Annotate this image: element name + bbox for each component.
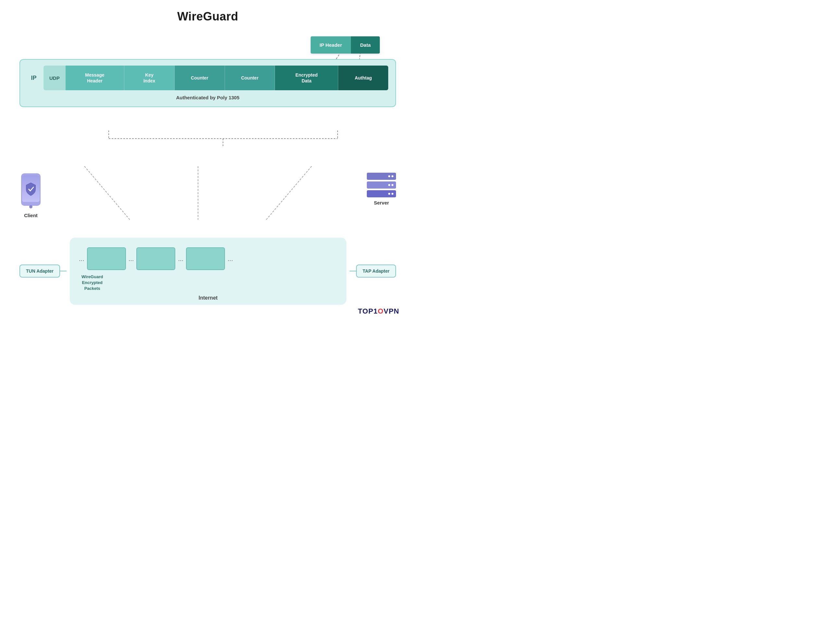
key-index-cell: KeyIndex	[124, 65, 175, 90]
tap-adapter-box: TAP Adapter	[356, 264, 396, 278]
encrypted-data-cell: EncryptedData	[275, 65, 338, 90]
wireguard-packets-label: WireGuardEncryptedPackets	[81, 274, 103, 292]
server-row-3	[367, 190, 396, 197]
counter1-cell: Counter	[175, 65, 225, 90]
internet-box: ... ... ... ... WireGuardEncryptedPacket…	[70, 238, 346, 305]
client-area: Client	[19, 173, 42, 218]
page-container: WireGuard IP Header Data IP UDP MessageH	[0, 0, 416, 322]
counter2-cell: Counter	[225, 65, 275, 90]
ip-header-cell: IP Header	[310, 37, 351, 54]
packet-block-3	[186, 247, 225, 270]
svg-line-6	[84, 166, 130, 220]
connector-tun	[60, 271, 67, 271]
data-cell: Data	[351, 37, 380, 54]
svg-point-12	[29, 205, 32, 208]
connector-tap	[350, 271, 356, 271]
server-dot	[388, 193, 390, 195]
server-dot	[388, 184, 390, 186]
dots-2: ...	[126, 255, 137, 262]
server-dot	[392, 193, 393, 195]
tun-adapter-box: TUN Adapter	[19, 264, 60, 278]
auth-label: Authenticated by Poly 1305	[176, 95, 239, 100]
svg-line-7	[266, 166, 312, 220]
server-stack	[367, 173, 396, 197]
server-label: Server	[374, 200, 389, 205]
server-area: Server	[367, 173, 396, 205]
brand-accent: O	[378, 307, 384, 315]
server-dot	[392, 175, 393, 177]
server-dot	[392, 184, 393, 186]
bottom-section: TUN Adapter ... ... ... ... WireGuardEnc…	[0, 238, 416, 315]
client-label: Client	[24, 213, 38, 218]
middle-section: Client Server	[19, 166, 396, 241]
middle-dashed-svg	[19, 166, 396, 241]
packet-block-1	[87, 247, 126, 270]
server-dot	[388, 175, 390, 177]
phone-icon	[19, 173, 42, 210]
packet-inner: IP UDP MessageHeader KeyIndex Counter Co…	[27, 65, 388, 90]
page-title: WireGuard	[0, 0, 416, 30]
ip-label: IP	[27, 65, 43, 90]
udp-label: UDP	[43, 65, 65, 90]
server-row-2	[367, 181, 396, 189]
adapters-row: TUN Adapter ... ... ... ... WireGuardEnc…	[19, 238, 396, 305]
brand: TOP1OVPN	[358, 307, 399, 315]
packet-cells-group: MessageHeader KeyIndex Counter Counter E…	[65, 65, 388, 90]
top-section: IP Header Data IP UDP MessageHeader KeyI…	[0, 30, 416, 166]
internet-label: Internet	[199, 295, 218, 301]
dots-3: ...	[175, 255, 186, 262]
server-row-1	[367, 173, 396, 180]
authtag-cell: Authtag	[338, 65, 388, 90]
dots-4: ...	[225, 255, 236, 262]
packets-row: ... ... ... ...	[76, 247, 340, 270]
packet-block-2	[136, 247, 175, 270]
message-header-cell: MessageHeader	[65, 65, 124, 90]
ip-header-data-box: IP Header Data	[310, 37, 380, 54]
packet-diagram: IP UDP MessageHeader KeyIndex Counter Co…	[19, 59, 396, 107]
dots-left: ...	[76, 255, 87, 262]
